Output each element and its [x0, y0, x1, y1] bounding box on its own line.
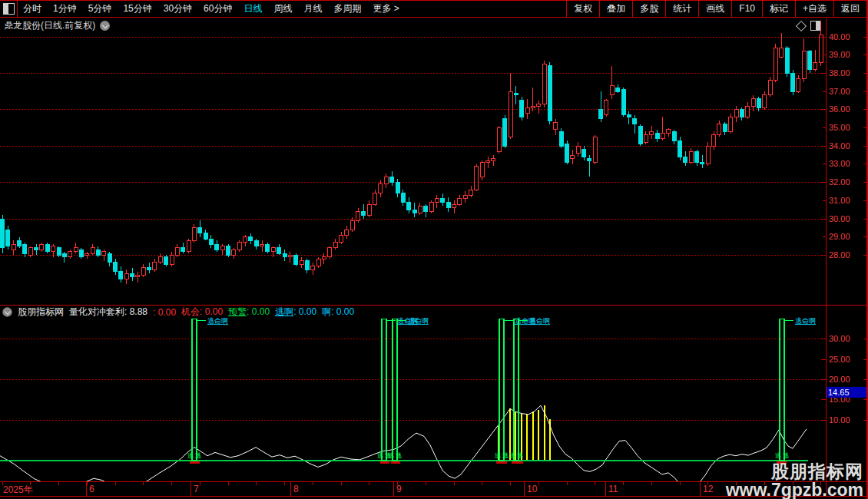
svg-text:逃: 逃 — [502, 452, 509, 459]
period-tab-3[interactable]: 15分钟 — [123, 2, 151, 15]
period-tabs: 分时1分钟5分钟15分钟30分钟60分钟日线周线月线多周期更多 > — [23, 0, 399, 17]
toolbar-action-2[interactable]: 多股 — [632, 0, 665, 17]
period-tab-8[interactable]: 月线 — [303, 2, 322, 15]
main-y-tick-7: 33.00 — [829, 159, 866, 168]
svg-text:逃: 逃 — [783, 452, 789, 459]
sidebar-toggle-icon[interactable] — [3, 3, 15, 15]
indicator-output-3: 机会: 0.00 — [181, 306, 223, 319]
x-axis-year-label: 2025年 — [3, 484, 33, 497]
svg-text:逃: 逃 — [509, 452, 515, 459]
svg-text:逃: 逃 — [195, 452, 201, 459]
main-y-tick-3: 37.00 — [829, 87, 866, 96]
main-candlestick-chart[interactable] — [0, 18, 824, 306]
last-value-badge: 14.65 — [827, 387, 866, 398]
top-toolbar: 分时1分钟5分钟15分钟30分钟60分钟日线周线月线多周期更多 > 复权叠加多股… — [0, 0, 868, 17]
indicator-y-tick-2: 20.00 — [829, 375, 866, 384]
toolbar-action-0[interactable]: 复权 — [566, 0, 599, 17]
svg-text:逃: 逃 — [517, 452, 523, 459]
x-axis-month-2: 8 — [293, 484, 299, 494]
indicator-y-tick-4: 10.00 — [829, 415, 866, 425]
trading-app-window: 分时1分钟5分钟15分钟30分钟60分钟日线周线月线多周期更多 > 复权叠加多股… — [0, 0, 868, 499]
svg-text:逃: 逃 — [388, 452, 394, 459]
indicator-output-5[interactable]: 逃啊: 0.00 — [275, 306, 316, 319]
main-y-tick-6: 34.00 — [829, 141, 866, 150]
svg-text:逃: 逃 — [775, 452, 781, 459]
svg-text:逃: 逃 — [377, 452, 383, 459]
toolbar-action-7[interactable]: +自选 — [795, 0, 833, 17]
toolbar-action-4[interactable]: 画线 — [698, 0, 731, 17]
indicator-pane-chart[interactable]: 逃命啊逃逃逃命啊逃逃逃命啊逃逃逃命啊逃逃逃命啊逃逃逃命啊逃逃 — [0, 306, 824, 481]
toolbar-action-8[interactable]: 返回 — [833, 0, 866, 17]
indicator-y-tick-0: 30.00 — [829, 334, 866, 343]
indicator-output-6: 啊: 0.00 — [322, 306, 354, 319]
main-y-tick-4: 36.00 — [829, 104, 866, 114]
x-axis-month-6: 12 — [703, 484, 713, 494]
svg-text:逃: 逃 — [495, 452, 501, 459]
period-tab-4[interactable]: 30分钟 — [164, 2, 192, 15]
main-y-tick-5: 35.00 — [829, 123, 866, 132]
toolbar-action-5[interactable]: F10 — [731, 0, 762, 17]
main-y-tick-11: 29.00 — [829, 232, 866, 241]
spike-label: 逃命啊 — [795, 317, 816, 325]
main-y-tick-8: 32.00 — [829, 177, 866, 187]
main-y-tick-2: 38.00 — [829, 68, 866, 78]
main-y-tick-1: 39.00 — [829, 50, 866, 59]
main-y-tick-12: 28.00 — [829, 250, 866, 259]
indicator-header: 股朋指标网量化对冲套利: 8.88: 0.00机会: 0.00预警: 0.00逃… — [2, 306, 354, 318]
spike-label: 逃命啊 — [529, 317, 550, 325]
toolbar-action-3[interactable]: 统计 — [665, 0, 698, 17]
x-axis-month-4: 10 — [527, 484, 537, 494]
main-y-tick-9: 31.00 — [829, 196, 866, 205]
main-y-tick-0: 40.00 — [829, 32, 866, 41]
indicator-output-4[interactable]: 预警: 0.00 — [228, 306, 270, 319]
indicator-output-0: 股朋指标网 — [18, 306, 64, 319]
period-tab-9[interactable]: 多周期 — [333, 2, 361, 15]
collapse-icon[interactable] — [2, 307, 12, 316]
toolbar-action-6[interactable]: 标记 — [762, 0, 795, 17]
period-tab-0[interactable]: 分时 — [23, 2, 41, 15]
x-axis-month-3: 9 — [396, 484, 402, 494]
period-tab-10[interactable]: 更多 > — [373, 2, 399, 15]
main-y-tick-10: 30.00 — [829, 214, 866, 223]
toolbar-actions: 复权叠加多股统计画线F10标记+自选返回 — [566, 0, 866, 17]
period-tab-2[interactable]: 5分钟 — [88, 2, 112, 15]
indicator-y-tick-1: 25.00 — [829, 355, 866, 364]
spike-label: 逃命啊 — [408, 317, 429, 325]
svg-text:逃: 逃 — [187, 452, 194, 459]
period-tab-7[interactable]: 周线 — [273, 2, 292, 15]
x-axis-month-5: 11 — [608, 484, 618, 494]
watermark-site-url: www.7gpzb.com — [726, 481, 863, 499]
x-axis-month-0: 6 — [89, 484, 94, 494]
x-axis-month-1: 7 — [194, 484, 199, 494]
indicator-output-2: : 0.00 — [153, 307, 176, 318]
indicator-output-1: 量化对冲套利: 8.88 — [69, 306, 147, 319]
period-tab-5[interactable]: 60分钟 — [204, 2, 232, 15]
period-tab-6[interactable]: 日线 — [244, 2, 262, 15]
period-tab-1[interactable]: 1分钟 — [53, 2, 77, 15]
toolbar-action-1[interactable]: 叠加 — [599, 0, 632, 17]
svg-text:逃: 逃 — [396, 452, 402, 459]
